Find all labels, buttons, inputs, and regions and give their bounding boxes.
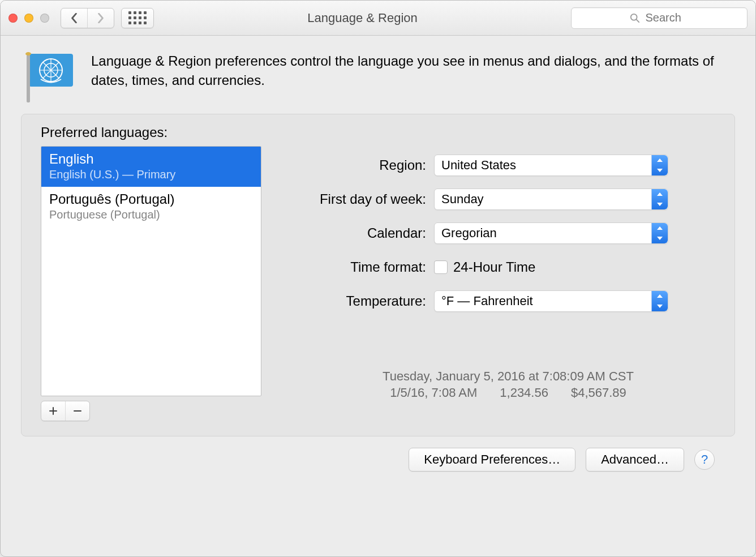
titlebar: Language & Region — [1, 1, 755, 36]
advanced-label: Advanced… — [601, 452, 669, 467]
bottom-button-row: Keyboard Preferences… Advanced… ? — [21, 436, 735, 472]
sample-long-date: Tuesday, January 5, 2016 at 7:08:09 AM C… — [301, 367, 715, 385]
format-samples: Tuesday, January 5, 2016 at 7:08:09 AM C… — [301, 367, 715, 400]
time-format-checkbox[interactable] — [434, 260, 448, 274]
temperature-row: Temperature: °F — Fahrenheit — [301, 284, 715, 318]
add-language-button[interactable] — [41, 401, 66, 421]
calendar-select[interactable]: Gregorian — [434, 222, 668, 244]
calendar-row: Calendar: Gregorian — [301, 216, 715, 250]
preferences-window: Language & Region — [0, 0, 756, 557]
sample-currency: $4,567.89 — [571, 385, 626, 400]
stepper-icon — [651, 291, 668, 311]
chevron-right-icon — [97, 13, 105, 23]
first-day-select[interactable]: Sunday — [434, 188, 668, 210]
language-name: Português (Portugal) — [49, 191, 253, 207]
svg-point-0 — [630, 14, 637, 20]
time-format-checkbox-label: 24-Hour Time — [453, 259, 535, 275]
nav-segmented — [61, 8, 114, 28]
zoom-window-button — [40, 14, 49, 23]
region-label: Region: — [301, 157, 434, 173]
close-window-button[interactable] — [8, 14, 18, 23]
intro-text: Language & Region preferences control th… — [91, 52, 735, 89]
stepper-icon — [651, 223, 668, 243]
region-settings-column: Region: United States First day of week: — [301, 146, 715, 421]
time-format-label: Time format: — [301, 259, 434, 275]
search-field[interactable] — [571, 7, 748, 29]
first-day-label: First day of week: — [301, 191, 434, 207]
sample-number: 1,234.56 — [500, 385, 548, 400]
svg-point-10 — [25, 52, 31, 55]
temperature-label: Temperature: — [301, 293, 434, 309]
forward-button — [88, 8, 114, 28]
calendar-value: Gregorian — [441, 226, 497, 241]
sample-short-date: 1/5/16, 7:08 AM — [390, 385, 477, 400]
intro-row: Language & Region preferences control th… — [21, 52, 735, 97]
advanced-button[interactable]: Advanced… — [586, 448, 684, 472]
language-item-english[interactable]: English English (U.S.) — Primary — [41, 147, 261, 187]
first-day-value: Sunday — [441, 192, 484, 207]
calendar-label: Calendar: — [301, 225, 434, 241]
add-remove-segment — [41, 401, 90, 421]
minus-icon — [73, 406, 82, 415]
minimize-window-button[interactable] — [24, 14, 33, 23]
back-button[interactable] — [61, 8, 88, 28]
svg-line-1 — [636, 19, 639, 22]
preferred-languages-column: English English (U.S.) — Primary Portugu… — [41, 146, 261, 421]
search-icon — [630, 13, 640, 23]
plus-icon — [49, 406, 58, 415]
window-title: Language & Region — [161, 11, 564, 25]
stepper-icon — [651, 189, 668, 209]
first-day-row: First day of week: Sunday — [301, 182, 715, 216]
show-all-button[interactable] — [121, 8, 154, 28]
search-input[interactable] — [645, 11, 689, 25]
time-format-row: Time format: 24-Hour Time — [301, 250, 715, 284]
chevron-left-icon — [70, 13, 78, 23]
traffic-lights — [8, 14, 49, 23]
remove-language-button[interactable] — [66, 401, 89, 421]
language-sub: English (U.S.) — Primary — [49, 168, 253, 181]
un-flag-icon — [21, 52, 75, 97]
language-sub: Portuguese (Portugal) — [49, 208, 253, 221]
region-row: Region: United States — [301, 148, 715, 182]
temperature-select[interactable]: °F — Fahrenheit — [434, 290, 668, 312]
svg-rect-9 — [27, 53, 30, 102]
keyboard-preferences-button[interactable]: Keyboard Preferences… — [409, 448, 575, 472]
region-select[interactable]: United States — [434, 155, 668, 176]
region-value: United States — [441, 158, 516, 173]
language-item-portuguese[interactable]: Português (Portugal) Portuguese (Portuga… — [41, 187, 261, 227]
help-button[interactable]: ? — [694, 449, 715, 470]
language-name: English — [49, 151, 253, 167]
body: Language & Region preferences control th… — [1, 36, 755, 472]
keyboard-preferences-label: Keyboard Preferences… — [424, 452, 560, 467]
preferred-languages-label: Preferred languages: — [41, 125, 715, 140]
settings-card: Preferred languages: English English (U.… — [21, 114, 735, 436]
grid-icon — [128, 11, 147, 24]
stepper-icon — [651, 155, 668, 175]
temperature-value: °F — Fahrenheit — [441, 294, 533, 309]
question-mark-icon: ? — [701, 452, 708, 467]
languages-list[interactable]: English English (U.S.) — Primary Portugu… — [41, 146, 261, 396]
